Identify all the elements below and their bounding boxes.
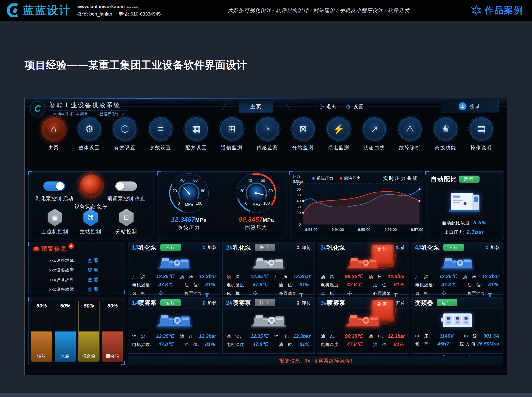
nav-circle[interactable]: ⊠	[292, 117, 315, 141]
emergency-stop-button[interactable]	[80, 174, 102, 197]
hexagon-icon: ⬡	[121, 124, 129, 134]
fan-label: 风 机	[321, 291, 347, 296]
nav-item[interactable]: ⊞ 通信监测	[217, 117, 247, 162]
hourglass-icon	[297, 301, 300, 305]
gauge-name: 系统压力	[160, 224, 218, 231]
master-station-button[interactable]: ⌘	[83, 209, 99, 226]
inverter-header: 变频器 运行	[411, 297, 503, 308]
svg-text:60: 60	[297, 187, 301, 191]
nav-circle[interactable]: ⌂	[42, 117, 65, 141]
metric-label: 电机温度:	[227, 282, 253, 288]
nav-circle[interactable]: ▤	[470, 117, 493, 141]
logo-text: 蓝蓝设计	[23, 3, 71, 18]
metric-value: 81%	[394, 342, 405, 347]
emulsion-pump-toggle[interactable]	[43, 181, 65, 191]
nav-item[interactable]: ♛ 高级功能	[431, 117, 460, 162]
metric-label: 油 温:	[321, 274, 345, 280]
warning-view-link[interactable]: 查看	[88, 286, 100, 293]
warning-view-link[interactable]: 查看	[88, 267, 100, 273]
warning-panel: 预警信息 4 xxx设备故障 查看 xxx设备故障 查看 xxx设备故障 查看 …	[28, 242, 125, 294]
nav-circle[interactable]: ≡	[149, 117, 172, 141]
metric-label: 电机温度:	[321, 282, 347, 288]
system-title: 智能工业设备供液系统	[49, 101, 121, 109]
pump-status-badge: 运行	[160, 244, 181, 251]
nav-item[interactable]: ▤ 操作说明	[466, 117, 496, 162]
warning-text: xxx设备故障	[49, 287, 88, 292]
inverter-image	[411, 308, 503, 332]
pump-status-badge: 停止	[255, 299, 275, 306]
pump-name: 喷雾泵	[138, 299, 157, 307]
pump-card-header: 3# 喷雾泵 急停 卸荷	[317, 297, 409, 308]
fan-icon: ✣	[253, 290, 279, 296]
nav-circle[interactable]: ⚡	[327, 117, 350, 141]
warning-view-link[interactable]: 查看	[88, 257, 100, 264]
nav-circle[interactable]: ↗	[363, 117, 386, 141]
pump-id: 1#	[132, 244, 138, 251]
phone: 电话: 010-63334945	[119, 11, 161, 17]
logout-button[interactable]: 退出	[319, 104, 337, 110]
pump-image	[223, 253, 315, 272]
metric-label: 电机温度:	[132, 282, 158, 288]
spray-pump-toggle[interactable]	[115, 181, 137, 191]
pump-id: 3#	[320, 299, 327, 306]
services-nav[interactable]: 大数据可视化设计 / 软件界面设计 / 网站建设 / 手机及小程序设计 / 软件…	[228, 0, 409, 21]
nav-circle[interactable]: ♛	[434, 117, 457, 141]
nav-circle[interactable]: ▦	[185, 117, 208, 141]
tank-water: 50% 水箱	[55, 300, 76, 362]
date-text: 2022年4月8日 星期五	[49, 112, 88, 116]
nav-label: 有效设置	[114, 144, 136, 151]
nav-item[interactable]: ↗ 状态曲线	[360, 117, 389, 162]
metric-label: 油 压:	[369, 334, 388, 339]
nav-circle[interactable]: ◔	[256, 117, 279, 141]
svg-text:0: 0	[299, 222, 301, 226]
nav-label: 高级功能	[435, 144, 456, 151]
pump-image	[411, 253, 503, 272]
login-button[interactable]: 登录	[441, 100, 499, 112]
metric-label: 油 压:	[369, 274, 388, 280]
settings-button[interactable]: ⚙ 设置	[346, 103, 364, 110]
svg-text:100: 100	[196, 201, 202, 205]
pump-card-header: 1# 乳化泵 运行 加载	[128, 242, 220, 253]
nav-item[interactable]: ⚙ 整体设置	[75, 117, 104, 162]
nav-item[interactable]: ⬡ 有效设置	[110, 117, 140, 162]
pump-action-button[interactable]: 加载	[485, 245, 500, 251]
nav-item[interactable]: ⊠ 分站监测	[288, 117, 318, 162]
nav-circle[interactable]: ⬡	[113, 117, 136, 141]
warning-header: 预警信息 4	[33, 245, 74, 253]
nav-circle[interactable]: ⚠	[399, 117, 422, 141]
host-control-button[interactable]: ▣	[47, 209, 63, 226]
nav-circle[interactable]: ⊞	[220, 117, 243, 141]
warning-title: 预警信息	[41, 245, 67, 253]
inverter-card: 变频器 运行 电 压: 1140V 电 流: 301.3A	[411, 297, 503, 354]
warning-view-link[interactable]: 查看	[88, 277, 100, 283]
pump-action-button[interactable]: 卸荷	[297, 245, 311, 251]
nav-item[interactable]: ⚡ 强电监测	[324, 117, 353, 162]
svg-text:0: 0	[245, 201, 247, 205]
nav-item[interactable]: ▦ 配方设置	[182, 117, 211, 162]
portfolio-link[interactable]: 作品案例	[471, 0, 523, 21]
warning-list: xxx设备故障 查看 xxx设备故障 查看 xxx设备故障 查看 xxx设备故障…	[29, 256, 125, 294]
control-panel: 乳化泵控制:启动 设备状态:急停 喷雾泵控制:停止 ▣ ⌘ ⊡ 上位机控制 主站…	[28, 171, 155, 240]
nav-item[interactable]: ⌂ 主页	[39, 117, 68, 162]
pump-action-button[interactable]: 加载	[202, 245, 217, 251]
substation-button[interactable]: ⊡	[118, 209, 134, 226]
return-pressure-gauge: 020405080100 MPa 90.3457MPa 回液压力	[227, 172, 285, 231]
pump-action-button[interactable]: 卸荷	[297, 300, 311, 306]
star-burst-icon	[471, 5, 482, 16]
metric-value: 81%	[394, 282, 405, 288]
metric-value: 12.35℃	[156, 333, 180, 339]
tab-home[interactable]: 主页	[239, 101, 273, 112]
pump-action-button[interactable]: 加载	[202, 300, 217, 306]
metric-value: 81%	[205, 282, 216, 288]
page-title: 项目经验——某重工集团工业设备软件界面设计	[25, 58, 247, 72]
nav-item[interactable]: ≡ 参数设置	[146, 117, 175, 162]
metric-label: 油 位:	[373, 342, 394, 347]
metric-label: 油 温:	[132, 274, 156, 280]
warning-row: xxx设备故障 查看	[29, 256, 125, 265]
nav-item[interactable]: ◔ 传感监测	[253, 117, 282, 162]
nav-item[interactable]: ⚠ 故障诊断	[395, 117, 425, 162]
nav-circle[interactable]: ⚙	[78, 117, 101, 141]
pump-card-header: 2# 乳化泵 停止 卸荷	[223, 242, 315, 253]
nav-label: 状态曲线	[364, 144, 385, 151]
tank-oil: 50% 油箱	[31, 300, 52, 362]
